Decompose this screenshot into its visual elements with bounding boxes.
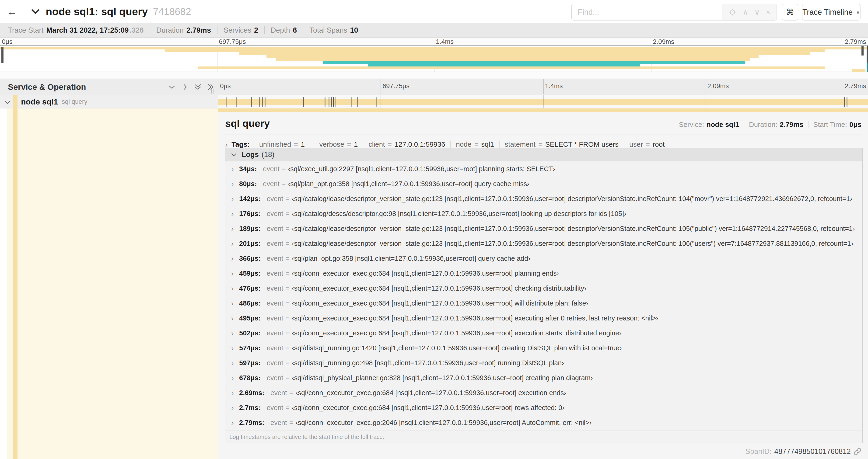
tag-equals: =	[388, 140, 392, 148]
collapse-all-icon[interactable]	[194, 82, 202, 92]
log-marker-tick	[376, 97, 376, 107]
log-timestamp: 34μs:	[239, 165, 257, 173]
log-entry[interactable]: ›459μs:event=‹sql/conn_executor_exec.go:…	[225, 266, 862, 281]
tag-key: _unfinished	[255, 140, 291, 148]
minimap-drag-handle-left[interactable]	[1, 47, 3, 63]
stat-item: Duration2.79ms	[156, 26, 211, 35]
minimap-span-bar	[323, 61, 745, 64]
log-timestamp: 142μs:	[239, 195, 260, 203]
tags-label: Tags:	[231, 140, 250, 148]
span-row-timeline-cell[interactable]	[218, 95, 868, 108]
command-icon: ⌘	[786, 7, 794, 17]
trace-stats: Trace StartMarch 31 2022, 17:25:09.326Du…	[0, 23, 868, 38]
stat-item: Services2	[223, 26, 258, 35]
log-field-key: event	[267, 344, 283, 352]
log-field-value: ‹sql/conn_executor_exec.go:2046 [nsql1,c…	[296, 419, 592, 427]
span-detail-meta: Service:node sql1Duration:2.79msStart Ti…	[679, 121, 862, 129]
find-input[interactable]	[572, 4, 722, 20]
log-field-value: ‹sql/exec_util.go:2297 [nsql1,client=127…	[288, 165, 555, 173]
log-entry[interactable]: ›2.69ms:event=‹sql/conn_executor_exec.go…	[225, 385, 862, 400]
log-field-value: ‹sql/conn_executor_exec.go:684 [nsql1,cl…	[292, 285, 586, 292]
log-entry[interactable]: ›34μs:event=‹sql/exec_util.go:2297 [nsql…	[225, 161, 862, 176]
log-entry[interactable]: ›486μs:event=‹sql/conn_executor_exec.go:…	[225, 296, 862, 311]
locate-icon[interactable]	[728, 8, 736, 16]
log-entry[interactable]: ›597μs:event=‹sql/distsql_running.go:498…	[225, 355, 862, 370]
meta-label: Service:	[679, 121, 704, 129]
stat-label: Duration	[156, 26, 184, 35]
timeline-minimap[interactable]	[0, 45, 868, 72]
collapse-one-icon[interactable]	[168, 82, 176, 92]
stat-label: Services	[223, 26, 251, 35]
log-timestamp: 2.69ms:	[239, 389, 265, 397]
tag-item[interactable]: user=root	[629, 140, 665, 148]
log-entry[interactable]: ›495μs:event=‹sql/conn_executor_exec.go:…	[225, 311, 862, 326]
log-entry[interactable]: ›80μs:event=‹sql/plan_opt.go:358 [nsql1,…	[225, 176, 862, 191]
tag-item[interactable]: client=127.0.0.1:59936	[368, 140, 445, 148]
tag-value: 127.0.0.1:59936	[395, 140, 445, 148]
tag-item[interactable]: _unfinished=1	[255, 140, 305, 148]
log-entry[interactable]: ›2.7ms:event=‹sql/conn_executor_exec.go:…	[225, 400, 862, 415]
tag-value: 1	[354, 140, 358, 148]
tag-item[interactable]: statement=SELECT * FROM users	[505, 140, 619, 148]
log-marker-tick	[331, 97, 332, 107]
log-field-equals: =	[286, 225, 289, 233]
log-field-value: ‹sql/catalog/descs/descriptor.go:98 [nsq…	[292, 210, 626, 218]
logs-header[interactable]: Logs (18)	[225, 148, 862, 161]
minimap-span-bar	[239, 52, 810, 55]
log-entry[interactable]: ›366μs:event=‹sql/plan_opt.go:358 [nsql1…	[225, 251, 862, 266]
span-row-label[interactable]: node sql1 sql query	[21, 95, 87, 108]
log-entry[interactable]: ›142μs:event=‹sql/catalog/lease/descript…	[225, 191, 862, 206]
log-field-key: event	[267, 404, 283, 412]
log-field-equals: =	[286, 255, 289, 262]
log-entry[interactable]: ›574μs:event=‹sql/distsql_running.go:142…	[225, 340, 862, 355]
find-clear-icon[interactable]: ×	[766, 8, 771, 17]
log-field-key: event	[267, 374, 283, 382]
column-resize-handle[interactable]	[211, 89, 215, 94]
log-field-key: event	[271, 419, 287, 427]
log-entry[interactable]: ›201μs:event=‹sql/catalog/lease/descript…	[225, 236, 862, 251]
minimap-spans	[0, 46, 868, 72]
time-tick-label: 2.79ms	[845, 82, 866, 90]
log-field-key: event	[267, 329, 283, 337]
log-entry[interactable]: ›2.79ms:event=‹sql/conn_executor_exec.go…	[225, 415, 862, 430]
span-collapse-chevron[interactable]	[3, 98, 12, 106]
stat-separator	[150, 26, 150, 34]
log-field-equals: =	[286, 299, 289, 307]
keyboard-shortcuts-button[interactable]: ⌘	[782, 4, 798, 21]
minimap-drag-handle-right[interactable]	[862, 46, 864, 56]
back-button[interactable]: ←	[0, 0, 24, 23]
timeline-gridline	[380, 78, 381, 94]
log-field-key: event	[267, 285, 283, 292]
chevron-right-icon: ›	[231, 374, 239, 382]
tag-item[interactable]: _verbose=1	[315, 140, 358, 148]
log-field-key: event	[267, 359, 283, 367]
operation-name: sql query	[62, 98, 88, 105]
stat-item: Trace StartMarch 31 2022, 17:25:09.326	[8, 26, 144, 35]
minimap-span-bar	[368, 64, 640, 66]
log-field-equals: =	[286, 195, 289, 203]
trace-collapse-toggle[interactable]	[30, 6, 42, 17]
trace-view-selector[interactable]: Trace Timeline ∨	[802, 4, 861, 21]
log-marker-tick	[265, 97, 265, 107]
logs-footer-note: Log timestamps are relative to the start…	[225, 431, 862, 443]
deep-link-icon[interactable]	[854, 448, 862, 456]
expand-one-icon[interactable]	[181, 82, 189, 92]
tag-item[interactable]: node=sql1	[456, 140, 494, 148]
logs-accordion: Logs (18) ›34μs:event=‹sql/exec_util.go:…	[225, 147, 863, 443]
log-marker-tick	[236, 97, 237, 107]
log-field-value: ‹sql/catalog/lease/descriptor_version_st…	[292, 225, 855, 233]
log-entry[interactable]: ›502μs:event=‹sql/conn_executor_exec.go:…	[225, 326, 862, 340]
find-prev-icon[interactable]: ∧	[743, 8, 748, 17]
log-marker-tick	[357, 97, 358, 107]
find-bar: ∧ ∨ ×	[571, 4, 777, 21]
stat-item: Depth6	[271, 26, 297, 35]
log-entry[interactable]: ›176μs:event=‹sql/catalog/descs/descript…	[225, 206, 862, 221]
log-entry[interactable]: ›476μs:event=‹sql/conn_executor_exec.go:…	[225, 281, 862, 296]
log-timestamp: 476μs:	[239, 285, 260, 292]
tag-equals: =	[347, 140, 351, 148]
log-entry[interactable]: ›189μs:event=‹sql/catalog/lease/descript…	[225, 221, 862, 236]
find-next-icon[interactable]: ∨	[754, 8, 760, 17]
time-tick-label: 2.79ms	[845, 38, 866, 45]
log-entry[interactable]: ›678μs:event=‹sql/distsql_physical_plann…	[225, 370, 862, 385]
timeline-gridline	[543, 78, 544, 94]
